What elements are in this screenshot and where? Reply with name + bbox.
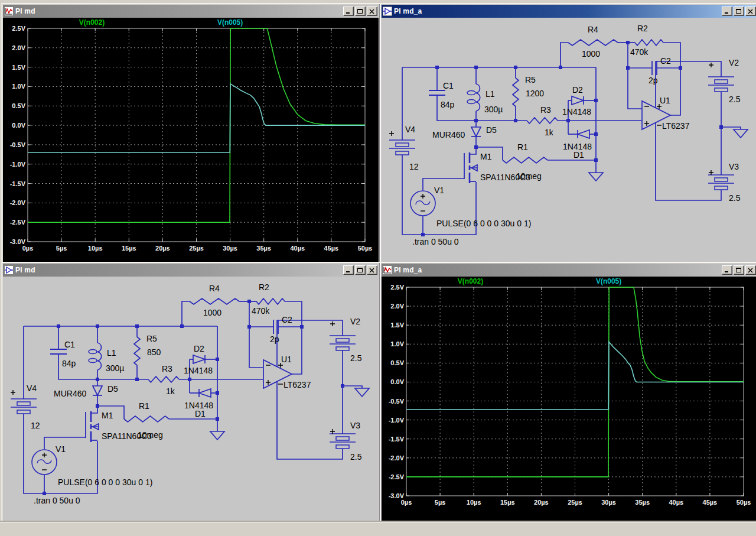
label-r3v: 1k: [545, 128, 554, 137]
label-d5m: MUR460: [54, 389, 86, 398]
node-square: [435, 66, 439, 69]
node-square: [626, 66, 630, 70]
y-tick-label: 2.5V: [12, 25, 25, 32]
node-square: [679, 66, 682, 70]
x-tick-label: 50µs: [737, 499, 751, 506]
close-button[interactable]: [367, 7, 377, 16]
x-tick-label: 35µs: [635, 499, 650, 506]
battery-V4: [389, 140, 415, 148]
maximize-button[interactable]: [734, 7, 744, 16]
label-v1: V1: [434, 186, 444, 195]
y-tick-label: -0.5V: [389, 398, 405, 405]
label-r4v: 1000: [203, 308, 221, 317]
inductor-loop: [89, 358, 97, 362]
x-tick-label: 0µs: [401, 499, 412, 506]
wire: [561, 43, 568, 67]
battery-V4: [11, 399, 37, 407]
node-square: [474, 119, 478, 122]
legend-V(n002): V(n002): [79, 18, 105, 27]
plus-mark: [330, 429, 335, 434]
node-square: [626, 41, 630, 44]
label-v4: V4: [405, 125, 415, 134]
waveform-pane-pi-md[interactable]: 0µs5µs10µs15µs20µs25µs30µs35µs40µs45µs50…: [3, 18, 379, 263]
node-square: [216, 417, 219, 421]
label-v4v: 12: [31, 421, 40, 430]
status-bar: [0, 522, 756, 536]
close-button[interactable]: [367, 265, 377, 275]
label-u1m: LT6237: [662, 121, 690, 131]
y-tick-label: 2.5V: [390, 284, 404, 291]
wire: [656, 123, 721, 200]
maximize-button[interactable]: [355, 265, 366, 275]
schematic-pane-pi-md[interactable]: C184pL1300µR5850R31kR41000R2470kC22pD21N…: [3, 277, 379, 524]
close-button[interactable]: [745, 265, 756, 275]
label-r3: R3: [540, 105, 551, 115]
label-r4v: 1000: [582, 49, 600, 59]
minimize-button[interactable]: [343, 265, 354, 275]
label-v2: V2: [729, 58, 739, 67]
waveform-plot: 0µs5µs10µs15µs20µs25µs30µs35µs40µs45µs50…: [3, 18, 375, 259]
titlebar[interactable]: PI md_a: [382, 264, 756, 277]
maximize-button[interactable]: [734, 265, 744, 275]
node-square: [96, 378, 99, 381]
label-l1: L1: [485, 89, 495, 99]
y-tick-label: 0.5V: [390, 359, 404, 366]
label-l1v: 300µ: [484, 105, 503, 114]
label-d2: D2: [572, 85, 583, 95]
capacitor-C1: [50, 349, 67, 354]
label-v4v: 12: [409, 162, 419, 171]
maximize-button[interactable]: [355, 7, 366, 16]
plus-mark: [709, 170, 713, 175]
close-button[interactable]: [745, 7, 756, 16]
x-tick-label: 25µs: [568, 499, 582, 506]
x-tick-label: 45µs: [703, 499, 718, 506]
node-square: [474, 66, 478, 69]
minimize-button[interactable]: [722, 7, 732, 16]
node-square: [43, 492, 46, 495]
schematic-pane-pi-md-a[interactable]: C184pL1300µR51200R31kR41000R2470kC22pD21…: [382, 18, 756, 263]
label-v3v: 2.5: [350, 452, 362, 462]
inductor-loop: [89, 349, 97, 353]
label-dir: .tran 0 50u 0: [412, 237, 459, 246]
y-tick-label: 0.5V: [12, 102, 25, 109]
x-tick-label: 10µs: [467, 499, 481, 506]
ground-symbol: [589, 173, 603, 181]
label-u1: U1: [281, 355, 292, 364]
schematic-icon: [383, 7, 392, 16]
titlebar[interactable]: PI md_a: [382, 5, 756, 18]
resistor-R2: [635, 40, 663, 46]
inductor-L1: [476, 84, 480, 111]
plus-mark: [11, 390, 15, 395]
window-title: PI md: [15, 266, 341, 274]
label-d1: D1: [573, 150, 584, 160]
y-tick-label: -1.0V: [10, 161, 26, 168]
y-tick-label: 1.0V: [390, 340, 404, 347]
y-tick-label: -3.0V: [10, 238, 26, 245]
x-tick-label: 30µs: [601, 499, 616, 506]
diode-D2: [572, 96, 584, 105]
label-c2v: 2p: [270, 334, 279, 344]
x-tick-label: 20µs: [534, 499, 549, 506]
window-pi-md-a-schematic: PI md_a C184pL1300µR51200R31kR41000R2470…: [380, 3, 756, 265]
ground-symbol: [355, 388, 369, 397]
minimize-button[interactable]: [343, 7, 354, 16]
label-r2v: 470k: [630, 47, 649, 57]
minimize-button[interactable]: [722, 265, 732, 275]
waveform-pane-pi-md-a[interactable]: 0µs5µs10µs15µs20µs25µs30µs35µs40µs45µs50…: [382, 277, 756, 524]
label-c1v: 84p: [62, 359, 76, 368]
node-square: [135, 378, 139, 381]
x-tick-label: 10µs: [88, 245, 103, 252]
x-tick-label: 30µs: [223, 245, 237, 252]
label-v2: V2: [350, 317, 360, 326]
x-tick-label: 20µs: [155, 245, 170, 252]
window-controls: [722, 265, 756, 275]
titlebar[interactable]: PI md: [3, 5, 379, 18]
resistor-R5: [134, 337, 140, 365]
label-r1v: 10meg: [516, 171, 542, 181]
window-pi-md-a-plot: PI md_a 0µs5µs10µs15µs20µs25µs30µs35µs40…: [380, 262, 756, 526]
titlebar[interactable]: PI md: [3, 264, 379, 277]
diode-D5: [471, 127, 481, 137]
label-r1: R1: [139, 401, 149, 411]
node-square: [300, 325, 304, 329]
x-tick-label: 35µs: [256, 245, 271, 252]
